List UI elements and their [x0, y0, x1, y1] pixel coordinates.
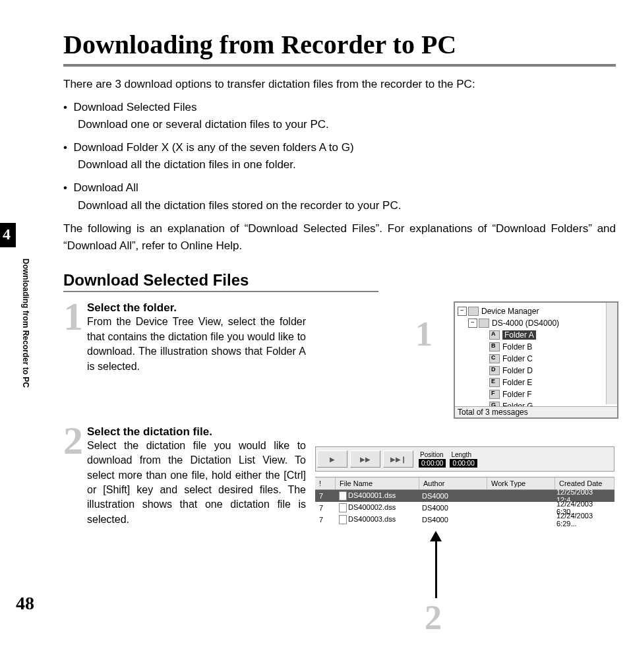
step-number: 1: [63, 301, 83, 332]
folder-icon: [489, 366, 500, 375]
step: 1 Select the folder. From the Device Tre…: [63, 301, 306, 374]
position-label: Position: [420, 451, 444, 458]
step-head: Select the folder.: [87, 301, 306, 315]
list-view-figure: ▶ ▶▶ ▶▶❙ Position0:00:00 Length0:00:00 !…: [315, 446, 614, 526]
bullet-sub: Download all the dictation files in one …: [78, 157, 616, 173]
arrow-icon: [430, 531, 442, 598]
cell-priority: 7: [315, 504, 335, 512]
bullet-list: Download Selected FilesDownload one or s…: [63, 100, 616, 214]
tree-view-figure: −Device Manager −DS-4000 (DS4000) Folder…: [454, 301, 618, 419]
page-number: 48: [16, 593, 629, 614]
tree-folder[interactable]: Folder C: [458, 353, 617, 365]
section-rule: [63, 291, 378, 292]
section-heading: Download Selected Files: [63, 271, 629, 290]
tree-folder[interactable]: Folder F: [458, 388, 617, 400]
file-icon: [339, 491, 347, 501]
collapse-icon[interactable]: −: [468, 319, 477, 328]
tree-folder[interactable]: Folder B: [458, 341, 617, 353]
file-icon: [339, 503, 347, 512]
cell-author: DS4000: [418, 492, 485, 500]
col-filename[interactable]: File Name: [336, 477, 419, 489]
tree-label: Folder C: [502, 354, 533, 363]
tree-label: Folder D: [502, 366, 533, 375]
page-title: Downloading from Recorder to PC: [63, 29, 629, 60]
length-readout: 0:00:00: [450, 459, 477, 468]
step-number: 2: [63, 425, 83, 456]
tree-folder[interactable]: Folder A: [458, 329, 617, 341]
skip-button[interactable]: ▶▶❙: [383, 450, 413, 468]
col-worktype[interactable]: Work Type: [487, 477, 555, 489]
col-priority[interactable]: !: [315, 477, 336, 489]
tree-label: DS-4000 (DS4000): [492, 319, 559, 328]
col-author[interactable]: Author: [419, 477, 487, 489]
file-icon: [339, 515, 347, 524]
tree-label: Folder B: [502, 342, 532, 351]
folder-icon: [489, 378, 500, 387]
step-body: From the Device Tree View, select the fo…: [87, 315, 306, 374]
ffwd-button[interactable]: ▶▶: [350, 450, 380, 468]
device-icon: [468, 307, 479, 316]
list-row[interactable]: 7 DS400003.dss DS4000 12/24/2003 6:29...: [315, 514, 614, 526]
tree-root[interactable]: −Device Manager: [458, 305, 617, 317]
recorder-icon: [479, 319, 489, 328]
bullet-lead: Download Folder X (X is any of the seven…: [63, 141, 354, 154]
callout-1: 1: [415, 315, 433, 353]
step: 2 Select the dictation file. Select the …: [63, 425, 306, 527]
tree-label: Folder A: [502, 330, 536, 340]
note-text: The following is an explanation of “Down…: [63, 220, 616, 254]
tree-label: Folder F: [502, 390, 532, 399]
cell-priority: 7: [315, 492, 335, 500]
tree-device[interactable]: −DS-4000 (DS4000): [458, 317, 617, 329]
folder-icon: [489, 354, 500, 363]
cell-author: DS4000: [418, 516, 485, 524]
intro-text: There are 3 download options to transfer…: [63, 76, 616, 93]
cell-created: 12/24/2003 6:29...: [553, 512, 614, 528]
tree-label: Device Manager: [481, 307, 539, 316]
tree-statusbar: Total of 3 messages: [455, 406, 617, 417]
tree-label: Folder E: [502, 378, 532, 387]
step-body: Select the dictation file you would like…: [87, 439, 306, 527]
cell-filename: DS400003.dss: [348, 515, 396, 523]
bullet-lead: Download Selected Files: [63, 101, 197, 113]
length-label: Length: [451, 451, 471, 458]
scrollbar[interactable]: [606, 303, 617, 404]
folder-icon: [489, 390, 500, 399]
cell-filename: DS400002.dss: [348, 503, 396, 511]
cell-author: DS4000: [418, 504, 485, 512]
callout-2: 2: [425, 598, 442, 637]
tree-folder[interactable]: Folder E: [458, 377, 617, 388]
bullet-sub: Download one or several dictation files …: [78, 117, 616, 133]
tree-folder[interactable]: Folder D: [458, 365, 617, 377]
folder-icon: [489, 342, 500, 351]
play-button[interactable]: ▶: [317, 450, 347, 468]
cell-priority: 7: [315, 516, 335, 524]
step-head: Select the dictation file.: [87, 425, 306, 439]
cell-filename: DS400001.dss: [348, 491, 396, 499]
folder-icon: [489, 330, 500, 340]
bullet-lead: Download All: [63, 181, 138, 194]
position-readout: 0:00:00: [419, 459, 446, 468]
collapse-icon[interactable]: −: [458, 307, 467, 316]
bullet-sub: Download all the dictation files stored …: [78, 198, 616, 214]
player-toolbar: ▶ ▶▶ ▶▶❙ Position0:00:00 Length0:00:00: [315, 446, 614, 472]
title-rule: [63, 64, 616, 67]
chapter-tab: 4: [0, 223, 16, 247]
device-tree: −Device Manager −DS-4000 (DS4000) Folder…: [454, 301, 618, 419]
